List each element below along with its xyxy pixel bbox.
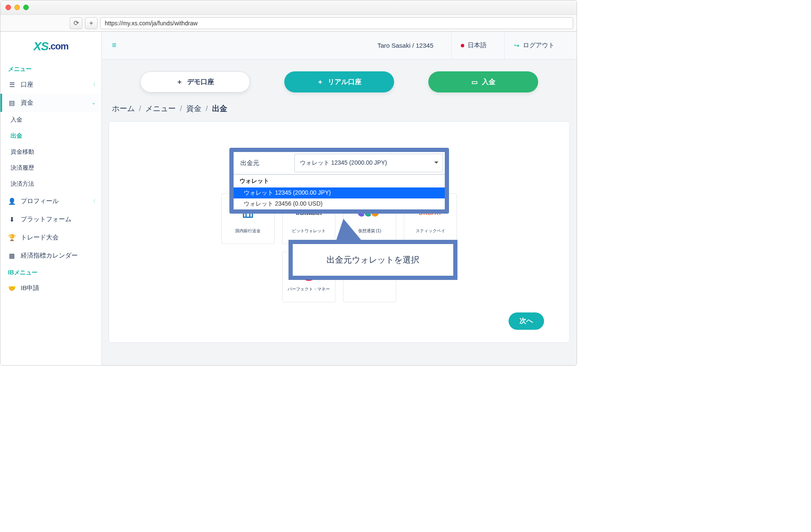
sidebar-item-label: トレード大会 [21,233,59,242]
sidebar-item-platform[interactable]: ⬇ プラットフォーム [0,210,101,228]
maximize-window-icon[interactable] [23,5,29,10]
user-icon: 👤 [8,198,16,205]
real-account-button[interactable]: ＋ リアル口座 [284,71,394,92]
sidebar-item-label: 資金 [21,99,33,107]
breadcrumb-sep: / [180,104,182,113]
tile-label: 国内銀行送金 [235,228,261,234]
plus-icon: ＋ [317,78,324,87]
flag-jp-icon [461,44,464,47]
button-label: リアル口座 [328,78,362,87]
close-window-icon[interactable] [5,5,11,10]
tile-label: パーフェクト・マネー [288,286,330,292]
handshake-icon: 🤝 [8,285,16,292]
source-select-display[interactable]: ウォレット 12345 (2000.00 JPY) [294,154,443,172]
sidebar-item-label: プラットフォーム [21,215,71,223]
instruction-callout: 出金元ウォレットを選択 [288,240,457,280]
chevron-left-icon: 〈 [91,198,95,204]
sidebar-item-accounts[interactable]: ☰ 口座 〈 [0,76,101,94]
source-select-row: 出金元 ウォレット 12345 (2000.00 JPY) [234,152,445,174]
sidebar-item-funds[interactable]: ▤ 資金 ⌄ [0,94,101,112]
callout-text: 出金元ウォレットを選択 [327,255,419,264]
logout-button[interactable]: ↪ ログアウト [504,32,564,60]
dropdown-option[interactable]: ウォレット 12345 (2000.00 JPY) [234,187,445,198]
sidebar-item-label: 経済指標カレンダー [21,252,78,260]
browser-toolbar: ⟳ + https://my.xs.com/ja/funds/withdraw [0,15,577,32]
download-icon: ⬇ [8,216,16,223]
next-label: 次へ [520,317,533,324]
sidebar-item-label: プロフィール [21,197,59,205]
sidebar-item-contest[interactable]: 🏆 トレード大会 [0,228,101,247]
chevron-down-icon: ⌄ [92,100,95,106]
trophy-icon: 🏆 [8,234,16,242]
source-select-highlight: 出金元 ウォレット 12345 (2000.00 JPY) ウォレット ウォレッ… [229,148,449,214]
sidebar-item-calendar[interactable]: ▦ 経済指標カレンダー [0,247,101,265]
withdraw-card: 出金元 ウォレット 12345 (2000.00 JPY) ウォレット ウォレッ… [109,121,570,343]
breadcrumb-current: 出金 [212,103,227,114]
new-tab-button[interactable]: + [85,17,98,29]
button-label: 入金 [482,78,495,87]
tile-label: ビットウォレット [292,228,326,234]
submenu-transfer[interactable]: 資金移動 [0,144,101,160]
sidebar-item-profile[interactable]: 👤 プロフィール 〈 [0,192,101,210]
next-button[interactable]: 次へ [509,312,544,330]
sidebar: XS.com メニュー ☰ 口座 〈 ▤ 資金 ⌄ 入金 出金 資金移動 決済履… [0,32,102,365]
hamburger-icon[interactable]: ≡ [109,38,119,52]
source-select[interactable]: ウォレット 12345 (2000.00 JPY) [293,152,445,174]
logo[interactable]: XS.com [0,32,101,61]
card-icon: ▭ [471,78,478,86]
chevron-left-icon: 〈 [91,81,95,88]
user-label: Taro Sasaki / 12345 [377,42,433,49]
url-bar[interactable]: https://my.xs.com/ja/funds/withdraw [100,17,573,29]
sidebar-item-ib-apply[interactable]: 🤝 IB申請 [0,279,101,297]
breadcrumb-sep: / [139,104,141,113]
logo-part2: .com [49,41,68,52]
actions-row: ＋ デモ口座 ＋ リアル口座 ▭ 入金 [102,60,577,101]
source-dropdown: ウォレット ウォレット 12345 (2000.00 JPY) ウォレット 23… [234,174,445,209]
breadcrumb: ホーム / メニュー / 資金 / 出金 [102,101,577,121]
breadcrumb-sep: / [206,104,208,113]
minimize-window-icon[interactable] [14,5,20,10]
topbar: ≡ Taro Sasaki / 12345 日本語 ↪ ログアウト [102,32,577,60]
window-titlebar [0,0,577,15]
plus-icon: ＋ [176,78,183,87]
source-select-value: ウォレット 12345 (2000.00 JPY) [300,159,387,167]
user-info[interactable]: Taro Sasaki / 12345 [368,32,443,60]
wallet-icon: ▤ [8,99,16,107]
browser-window: ⟳ + https://my.xs.com/ja/funds/withdraw … [0,0,577,366]
logout-icon: ↪ [514,42,520,49]
logout-label: ログアウト [523,41,555,49]
breadcrumb-menu[interactable]: メニュー [145,103,176,114]
submenu-methods[interactable]: 決済方法 [0,176,101,192]
app-page: XS.com メニュー ☰ 口座 〈 ▤ 資金 ⌄ 入金 出金 資金移動 決済履… [0,32,577,365]
ib-section-title: IBメニュー [0,265,101,279]
url-text: https://my.xs.com/ja/funds/withdraw [105,20,198,27]
breadcrumb-home[interactable]: ホーム [112,103,135,114]
main-area: ≡ Taro Sasaki / 12345 日本語 ↪ ログアウト ＋ デモ口座 [102,32,577,365]
deposit-button[interactable]: ▭ 入金 [428,71,538,92]
dropdown-option[interactable]: ウォレット 23456 (0.00 USD) [234,198,445,209]
menu-section-title: メニュー [0,61,101,76]
reload-button[interactable]: ⟳ [70,17,82,29]
traffic-lights [5,5,29,10]
submenu-withdraw[interactable]: 出金 [0,128,101,144]
demo-account-button[interactable]: ＋ デモ口座 [140,71,250,92]
calendar-icon: ▦ [8,252,16,260]
list-icon: ☰ [8,81,16,89]
logo-part1: XS [33,40,48,53]
dropdown-group: ウォレット [234,175,445,187]
sidebar-item-label: IB申請 [21,284,39,292]
submenu-history[interactable]: 決済履歴 [0,160,101,176]
button-label: デモ口座 [187,78,214,87]
language-selector[interactable]: 日本語 [451,32,496,60]
source-label: 出金元 [234,153,293,173]
sidebar-item-label: 口座 [21,81,33,89]
next-row: 次へ [119,312,559,330]
tile-label: スティックペイ [416,228,445,234]
breadcrumb-funds[interactable]: 資金 [186,103,201,114]
language-label: 日本語 [468,41,487,49]
submenu-deposit[interactable]: 入金 [0,112,101,128]
